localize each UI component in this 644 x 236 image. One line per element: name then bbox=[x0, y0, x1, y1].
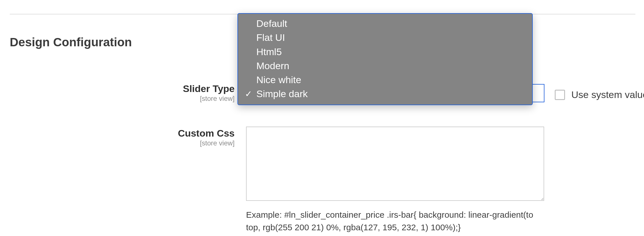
option-label: Flat UI bbox=[256, 31, 285, 45]
slider-type-option-simple-dark[interactable]: ✓ Simple dark bbox=[238, 87, 532, 101]
check-icon: ✓ bbox=[245, 88, 256, 100]
custom-css-textarea[interactable] bbox=[246, 127, 544, 201]
section-title: Design Configuration bbox=[10, 35, 132, 49]
slider-type-label: Slider Type bbox=[0, 83, 235, 94]
option-label: Nice white bbox=[256, 73, 301, 87]
custom-css-scope: [store view] bbox=[0, 139, 235, 147]
slider-type-label-block: Slider Type [store view] bbox=[0, 83, 235, 103]
slider-type-option-html5[interactable]: Html5 bbox=[238, 45, 532, 59]
slider-type-option-default[interactable]: Default bbox=[238, 17, 532, 31]
slider-type-option-modern[interactable]: Modern bbox=[238, 59, 532, 73]
slider-type-scope: [store view] bbox=[0, 95, 235, 103]
slider-type-dropdown[interactable]: Default Flat UI Html5 Modern Nice white … bbox=[237, 13, 533, 105]
use-system-value-checkbox[interactable] bbox=[555, 90, 565, 100]
custom-css-label-block: Custom Css [store view] bbox=[0, 128, 235, 147]
use-system-value-row: Use system value bbox=[555, 89, 644, 100]
option-label: Default bbox=[256, 17, 287, 31]
option-label: Html5 bbox=[256, 45, 282, 59]
slider-type-option-flat-ui[interactable]: Flat UI bbox=[238, 31, 532, 45]
use-system-value-label: Use system value bbox=[571, 89, 644, 100]
custom-css-hint: Example: #ln_slider_container_price .irs… bbox=[246, 209, 549, 233]
custom-css-label: Custom Css bbox=[0, 128, 235, 139]
slider-type-option-nice-white[interactable]: Nice white bbox=[238, 73, 532, 87]
option-label: Simple dark bbox=[256, 87, 308, 101]
option-label: Modern bbox=[256, 59, 289, 73]
